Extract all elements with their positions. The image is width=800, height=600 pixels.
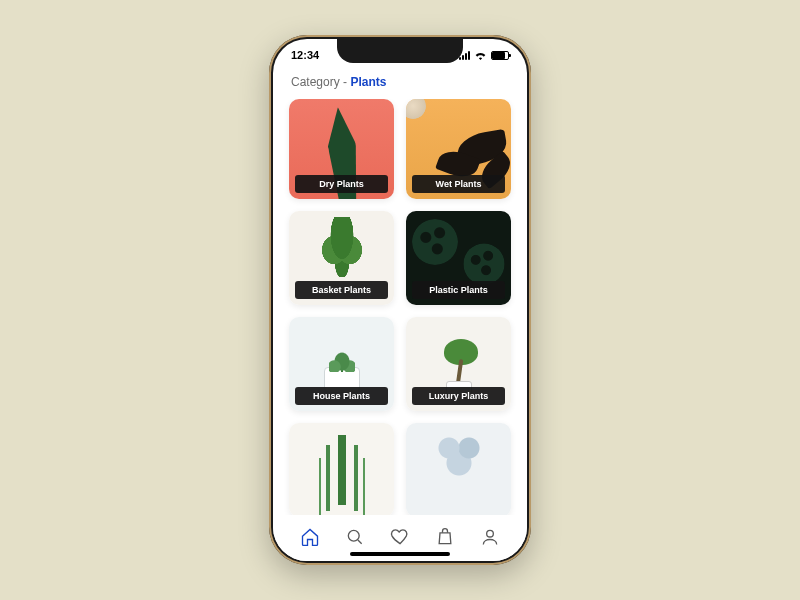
card-label: Plastic Plants [412, 281, 505, 299]
user-icon [480, 527, 500, 547]
svg-point-0 [348, 530, 359, 541]
category-header: Category - Plants [273, 71, 527, 99]
svg-point-1 [487, 530, 494, 537]
category-grid-container[interactable]: Dry Plants Wet Plants Basket Plants Plas… [273, 99, 527, 515]
home-indicator[interactable] [350, 552, 450, 556]
card-label: Wet Plants [412, 175, 505, 193]
category-value: Plants [350, 75, 386, 89]
home-icon [300, 527, 320, 547]
bag-icon [435, 527, 455, 547]
screen: 12:34 Category - Plants Dry Plants [273, 39, 527, 561]
card-partial-2[interactable] [406, 423, 511, 515]
card-wet-plants[interactable]: Wet Plants [406, 99, 511, 199]
category-grid: Dry Plants Wet Plants Basket Plants Plas… [289, 99, 511, 515]
battery-icon [491, 51, 509, 60]
card-label: Luxury Plants [412, 387, 505, 405]
phone-frame: 12:34 Category - Plants Dry Plants [269, 35, 531, 565]
heart-icon [390, 527, 410, 547]
search-icon [345, 527, 365, 547]
category-label: Category [291, 75, 340, 89]
card-dry-plants[interactable]: Dry Plants [289, 99, 394, 199]
card-partial-1[interactable] [289, 423, 394, 515]
card-luxury-plants[interactable]: Luxury Plants [406, 317, 511, 411]
tab-home[interactable] [299, 526, 321, 548]
card-plastic-plants[interactable]: Plastic Plants [406, 211, 511, 305]
card-label: Dry Plants [295, 175, 388, 193]
card-image [289, 423, 394, 515]
card-basket-plants[interactable]: Basket Plants [289, 211, 394, 305]
card-image [406, 423, 511, 515]
status-time: 12:34 [291, 49, 319, 61]
card-house-plants[interactable]: House Plants [289, 317, 394, 411]
category-separator: - [340, 75, 351, 89]
card-label: House Plants [295, 387, 388, 405]
tab-favorites[interactable] [389, 526, 411, 548]
tab-profile[interactable] [479, 526, 501, 548]
tab-search[interactable] [344, 526, 366, 548]
wifi-icon [474, 50, 487, 60]
tab-bag[interactable] [434, 526, 456, 548]
status-indicators [459, 50, 509, 60]
card-label: Basket Plants [295, 281, 388, 299]
notch [337, 39, 463, 63]
